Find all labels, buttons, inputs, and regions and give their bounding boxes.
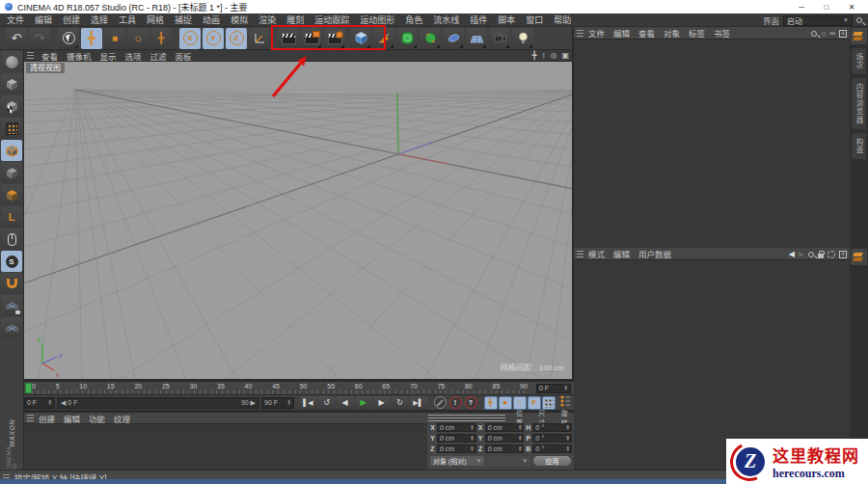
camera-button[interactable] — [489, 28, 510, 49]
object-list-empty[interactable] — [574, 40, 850, 248]
frame-range-slider[interactable]: ◀ 0 F 90 ▶ — [57, 397, 259, 409]
history-forward-icon[interactable]: ▶ — [799, 251, 804, 258]
spinner-icon[interactable]: ▲▼ — [564, 386, 568, 390]
attribute-manager-menu-item[interactable]: 模式 — [588, 248, 605, 259]
last-used-tool-button[interactable]: ╋ — [150, 28, 172, 49]
lock-icon[interactable] — [818, 254, 824, 258]
material-manager-menu-item[interactable]: 编辑 — [64, 413, 80, 424]
vertical-tab[interactable]: 内容浏览器 — [852, 78, 866, 129]
object-manager-menu-item[interactable]: 对象 — [664, 27, 680, 39]
enable-axis-button[interactable] — [1, 184, 22, 205]
spinner-icon[interactable]: ▲▼ — [48, 400, 52, 405]
size-field[interactable]: 0 cm▲▼ — [485, 444, 525, 453]
search-icon[interactable] — [808, 252, 814, 257]
lock-workplane-button[interactable] — [1, 295, 22, 316]
menu-item[interactable]: 插件 — [470, 13, 487, 26]
magnet-snap-button[interactable] — [1, 273, 22, 294]
move-tool-button[interactable]: ╋ — [81, 28, 102, 49]
zoom-view-icon[interactable]: ↕ — [541, 52, 545, 60]
current-frame-field[interactable]: 0 F ▲▼ — [24, 397, 55, 409]
spinner-icon[interactable]: ▲▼ — [566, 425, 570, 430]
floor-button[interactable] — [466, 28, 487, 49]
position-field[interactable]: 0 cm▲▼ — [437, 444, 476, 453]
viewport-solo-button[interactable] — [1, 229, 22, 250]
spinner-icon[interactable]: ▲▼ — [518, 436, 522, 441]
material-manager-menu-item[interactable]: 纹理 — [114, 413, 130, 424]
record-help-button[interactable]: ? — [465, 396, 477, 409]
lock-y-axis-button[interactable]: Y — [203, 28, 224, 49]
viewport-menu-item[interactable]: 选项 — [125, 50, 142, 62]
material-manager-menu-item[interactable]: 创建 — [39, 413, 55, 424]
key-position-button[interactable]: ╋ — [484, 396, 498, 410]
attribute-manager-menu-item[interactable]: 编辑 — [613, 248, 630, 259]
menu-item[interactable]: 编辑 — [35, 13, 52, 26]
deformer-button[interactable] — [420, 28, 441, 49]
interface-dropdown[interactable]: 启动 ▼ — [783, 15, 853, 26]
menu-item[interactable]: 流水线 — [433, 13, 459, 26]
viewport-menu-item[interactable]: 查看 — [41, 50, 58, 62]
panel-grip-icon[interactable] — [577, 251, 583, 257]
layers-icon[interactable] — [851, 28, 867, 44]
rotation-field[interactable]: 0 °▲▼ — [532, 434, 572, 443]
loop-mode-button[interactable]: ↻ — [392, 396, 409, 410]
subdivision-surface-button[interactable] — [396, 28, 418, 49]
rotate-tool-button[interactable]: ○ — [127, 28, 149, 49]
rotation-field[interactable]: 0 °▲▼ — [532, 423, 572, 432]
panel-grip-icon[interactable] — [27, 52, 34, 59]
add-panel-icon[interactable]: + — [839, 30, 847, 38]
menu-item[interactable]: 动画 — [203, 13, 220, 26]
goto-end-button[interactable]: ▶▌ — [410, 396, 427, 410]
spinner-icon[interactable]: ▲▼ — [566, 436, 570, 441]
live-selection-button[interactable] — [58, 28, 79, 49]
coordinate-system-button[interactable] — [249, 28, 270, 49]
toggle-view-icon[interactable]: ▣ — [561, 52, 569, 60]
spinner-icon[interactable]: ▲▼ — [518, 446, 522, 451]
autokey-button[interactable]: ! — [449, 396, 462, 409]
menu-item[interactable]: 选择 — [91, 13, 108, 26]
undo-button[interactable]: ↶ — [6, 28, 27, 49]
object-manager-menu-item[interactable]: 编辑 — [613, 27, 630, 39]
panel-grip-icon[interactable] — [577, 30, 583, 37]
goto-start-button[interactable]: ▌◀ — [300, 396, 317, 410]
viewport-menu-item[interactable]: 过滤 — [150, 50, 167, 62]
timeline-playhead[interactable] — [25, 383, 32, 393]
viewport-menu-item[interactable]: 显示 — [100, 50, 117, 62]
ruler-frame-field[interactable]: 0 F ▲▼ — [536, 384, 571, 393]
spinner-icon[interactable]: ▲▼ — [566, 446, 570, 451]
apply-button[interactable]: 应用 — [533, 456, 571, 466]
object-manager-menu-item[interactable]: 文件 — [588, 27, 605, 39]
object-manager-menu-item[interactable]: 标签 — [689, 27, 705, 39]
lock-x-axis-button[interactable]: X — [179, 28, 201, 49]
spinner-icon[interactable]: ▲▼ — [470, 425, 474, 430]
coordinate-mode-dropdown[interactable]: 对象 (相对) ▼ — [430, 456, 484, 466]
panel-grip-icon[interactable] — [27, 415, 34, 421]
close-button[interactable]: ✕ — [839, 0, 864, 13]
add-panel-icon[interactable]: + — [839, 251, 847, 258]
snap-button[interactable]: S — [1, 251, 22, 272]
size-field[interactable]: 0 cm▲▼ — [485, 423, 525, 432]
previous-frame-button[interactable]: ◀ — [337, 396, 354, 410]
rotate-view-icon[interactable]: ◎ — [550, 52, 556, 60]
spinner-icon[interactable]: ▲▼ — [518, 425, 522, 430]
lock-z-axis-button[interactable]: Z — [226, 28, 247, 49]
model-mode-button[interactable] — [1, 73, 22, 94]
link-icon[interactable]: ∞ — [829, 30, 835, 38]
spinner-icon[interactable]: ▲▼ — [287, 400, 291, 405]
edges-mode-button[interactable] — [1, 140, 22, 161]
play-button[interactable]: ▶ — [355, 396, 372, 410]
layers-icon[interactable] — [851, 249, 867, 265]
menu-item[interactable]: 窗口 — [526, 13, 543, 26]
points-mode-button[interactable] — [1, 118, 22, 139]
workplane-mode-button[interactable] — [1, 317, 22, 338]
menu-item[interactable]: 文件 — [7, 13, 24, 26]
end-frame-field[interactable]: 90 F ▲▼ — [261, 397, 294, 409]
spinner-icon[interactable]: ▲▼ — [470, 446, 474, 451]
perspective-viewport[interactable]: 查看摄像机显示选项过滤面板 ╋ ↕ ◎ ▣ 透视视图 — [24, 50, 572, 379]
pan-view-icon[interactable]: ╋ — [532, 52, 537, 60]
position-field[interactable]: 0 cm▲▼ — [437, 423, 476, 432]
menu-item[interactable]: 帮助 — [554, 13, 571, 26]
minimize-button[interactable]: ─ — [789, 0, 814, 13]
viewport-menu-item[interactable]: 摄像机 — [67, 50, 92, 62]
menu-item[interactable]: 工具 — [119, 13, 136, 26]
attribute-manager-menu-item[interactable]: 用户数据 — [638, 248, 671, 259]
